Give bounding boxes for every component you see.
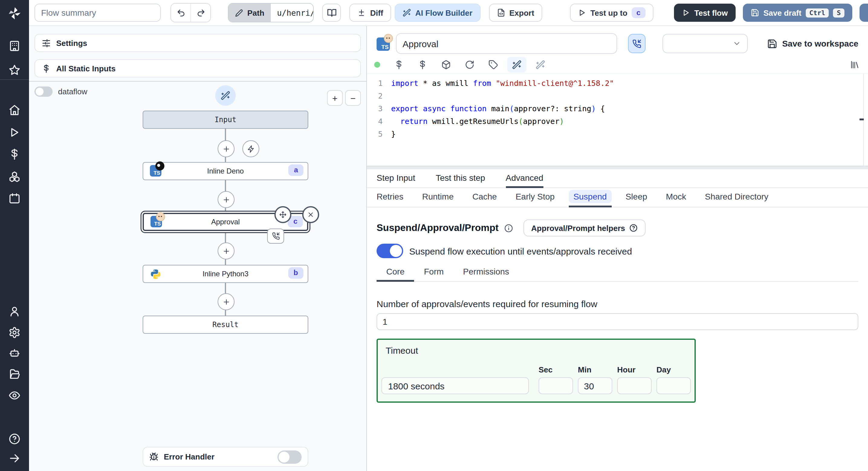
approvals-count-input[interactable] <box>377 313 858 330</box>
editor-resize-handle[interactable] <box>367 166 868 169</box>
save-draft-label: Save draft <box>764 8 802 17</box>
home-icon[interactable] <box>8 104 21 116</box>
node-approval[interactable]: TS Approval c <box>143 213 308 231</box>
tab-step-input[interactable]: Step Input <box>377 173 415 187</box>
ai-wand-fab-button[interactable] <box>215 85 236 106</box>
flow-panel: Settings All Static Inputs dataflow <box>29 26 367 471</box>
delete-node-button[interactable] <box>302 206 319 223</box>
move-node-button[interactable] <box>274 206 291 223</box>
settings-gear-icon[interactable] <box>8 326 21 338</box>
docs-button[interactable] <box>322 4 341 22</box>
tab-suspend[interactable]: Suspend <box>573 192 607 207</box>
play-icon[interactable] <box>8 126 21 139</box>
export-button[interactable]: Export <box>489 4 542 22</box>
main-column: Path u/henri/bes Diff AI Flow Builder Ex… <box>29 0 868 471</box>
boxes-icon[interactable] <box>8 171 21 183</box>
dollar-icon[interactable] <box>8 148 21 160</box>
sec-input[interactable] <box>538 377 573 394</box>
star-icon[interactable] <box>8 64 21 76</box>
tab-mock[interactable]: Mock <box>666 192 686 207</box>
add-step-button[interactable] <box>218 191 235 208</box>
node-inline-deno[interactable]: TS Inline Deno a <box>143 162 308 180</box>
test-up-to-step-badge: c <box>632 7 645 18</box>
hour-label: Hour <box>617 365 652 374</box>
ai-assistant-active-pill[interactable] <box>507 57 526 72</box>
windmill-logo[interactable] <box>7 6 22 21</box>
undo-button[interactable] <box>171 4 191 22</box>
save-to-workspace-button[interactable]: Save to workspace <box>767 38 858 49</box>
error-handler-row[interactable]: Error Handler <box>143 447 308 467</box>
error-handler-toggle[interactable] <box>277 450 302 464</box>
reload-icon[interactable] <box>465 60 474 69</box>
suspend-phone-badge[interactable] <box>267 229 284 244</box>
path-button[interactable]: Path <box>228 4 271 22</box>
tab-sleep[interactable]: Sleep <box>626 192 647 207</box>
folder-open-icon[interactable] <box>8 368 21 380</box>
tab-advanced[interactable]: Advanced <box>506 173 544 187</box>
content-split: Settings All Static Inputs dataflow <box>29 26 868 471</box>
ai-flow-builder-button[interactable]: AI Flow Builder <box>395 4 480 22</box>
phone-incoming-icon <box>272 232 280 240</box>
suspend-phone-toggle-button[interactable] <box>628 34 645 53</box>
tag-icon[interactable] <box>488 60 498 69</box>
test-up-to-button[interactable]: Test up to c <box>570 4 653 22</box>
tab-core[interactable]: Core <box>377 267 414 281</box>
node-result[interactable]: Result <box>143 316 308 334</box>
help-circle-icon[interactable] <box>8 433 21 445</box>
plus-icon <box>222 145 230 153</box>
zoom-in-button[interactable]: + <box>327 90 343 106</box>
redo-button[interactable] <box>191 4 210 22</box>
eye-icon[interactable] <box>8 389 21 402</box>
all-static-inputs-label: All Static Inputs <box>56 64 116 73</box>
hour-input[interactable] <box>617 377 652 394</box>
diff-button[interactable]: Diff <box>350 4 391 22</box>
zoom-out-button[interactable]: − <box>345 90 361 106</box>
arrow-right-icon[interactable] <box>8 452 21 464</box>
node-input[interactable]: Input <box>143 111 308 129</box>
tab-test-this-step[interactable]: Test this step <box>436 173 485 187</box>
day-input[interactable] <box>656 377 691 394</box>
save-draft-button[interactable]: Save draft Ctrl S <box>743 4 852 22</box>
path-value[interactable]: u/henri/bes <box>271 4 314 22</box>
calendar-icon[interactable] <box>8 192 21 204</box>
test-flow-button[interactable]: Test flow <box>674 4 736 22</box>
tab-shared-directory[interactable]: Shared Directory <box>705 192 768 207</box>
bot-icon[interactable] <box>8 347 21 359</box>
step-name-input[interactable] <box>396 33 617 54</box>
library-icon[interactable] <box>850 60 860 69</box>
dataflow-toggle[interactable] <box>34 86 53 97</box>
building-icon[interactable] <box>8 40 21 52</box>
package-icon[interactable] <box>441 60 451 69</box>
zoom-controls: + − <box>327 90 361 106</box>
user-icon[interactable] <box>8 305 21 317</box>
suspend-toggle[interactable] <box>377 244 403 258</box>
tab-permissions[interactable]: Permissions <box>453 267 519 281</box>
info-icon[interactable] <box>504 224 513 233</box>
add-step-button[interactable] <box>218 140 235 157</box>
add-step-button[interactable] <box>218 242 235 259</box>
tab-runtime[interactable]: Runtime <box>422 192 454 207</box>
flow-settings-button[interactable]: Settings <box>34 34 361 52</box>
test-flow-label: Test flow <box>694 8 728 17</box>
wand-off-icon[interactable] <box>535 60 545 69</box>
min-input[interactable] <box>578 377 612 394</box>
approval-prompt-helpers-button[interactable]: Approval/Prompt helpers <box>523 219 646 236</box>
dollar-icon[interactable] <box>418 60 427 69</box>
flow-canvas[interactable]: dataflow + − Input <box>29 82 366 471</box>
code-editor[interactable]: 12345 import * as wmill from "windmill-c… <box>367 73 868 166</box>
tab-cache[interactable]: Cache <box>472 192 497 207</box>
dollar-icon[interactable] <box>394 60 404 69</box>
step-template-dropdown[interactable] <box>662 34 748 53</box>
add-step-button[interactable] <box>218 293 235 310</box>
flow-summary-input[interactable] <box>34 4 161 22</box>
tab-early-stop[interactable]: Early Stop <box>516 192 555 207</box>
tab-form[interactable]: Form <box>414 267 453 281</box>
timeout-seconds-input[interactable] <box>381 377 529 394</box>
code-lines[interactable]: import * as wmill from "windmill-client@… <box>391 74 614 166</box>
trigger-button[interactable] <box>242 140 259 157</box>
all-static-inputs-button[interactable]: All Static Inputs <box>34 59 361 78</box>
tab-retries[interactable]: Retries <box>377 192 403 207</box>
wand-sparkles-icon <box>403 8 411 17</box>
deploy-button-partial[interactable] <box>860 4 868 22</box>
node-inline-python3[interactable]: Inline Python3 b <box>143 265 308 283</box>
